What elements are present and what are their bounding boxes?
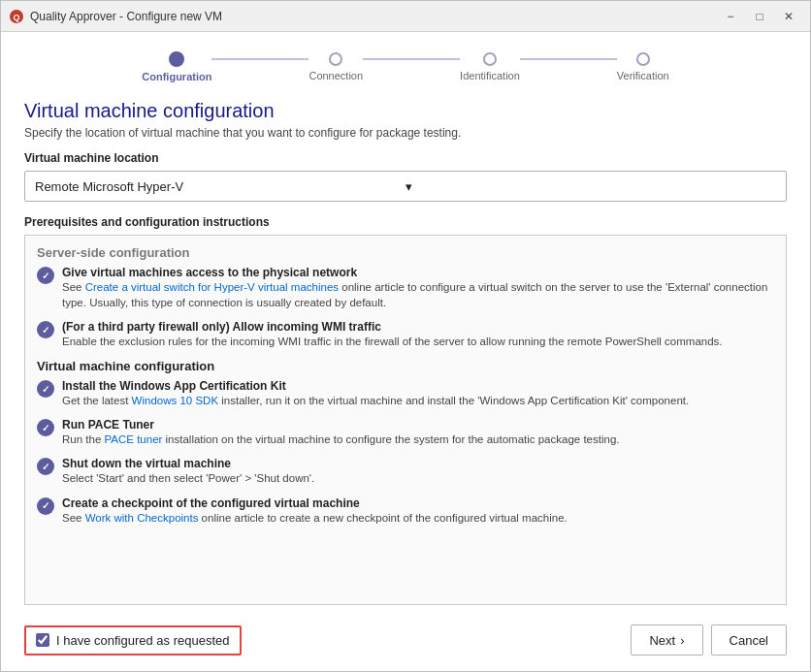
link-win10-sdk[interactable]: Windows 10 SDK: [132, 395, 218, 406]
next-arrow-icon: ›: [680, 633, 684, 648]
page-title: Virtual machine configuration: [24, 100, 787, 122]
instruction-title-pace: Run PACE Tuner: [62, 418, 772, 432]
configured-checkbox-text: I have configured as requested: [56, 633, 230, 648]
chevron-down-icon: ▾: [406, 179, 776, 194]
instruction-item-checkpoint: Create a checkpoint of the configured vi…: [37, 496, 772, 526]
step-label-configuration: Configuration: [142, 71, 211, 82]
link-virtual-switch[interactable]: Create a virtual switch for Hyper-V virt…: [85, 281, 339, 293]
instruction-desc-network: See Create a virtual switch for Hyper-V …: [62, 279, 772, 310]
check-icon-pace: [37, 419, 54, 436]
instruction-item-pace: Run PACE Tuner Run the PACE tuner instal…: [37, 418, 772, 447]
configured-checkbox-label[interactable]: I have configured as requested: [24, 625, 242, 656]
instruction-desc-checkpoint: See Work with Checkpoints online article…: [62, 510, 772, 526]
server-section-partial-header: Server-side configuration: [37, 245, 772, 260]
location-field-label: Virtual machine location: [24, 151, 787, 165]
step-label-connection: Connection: [308, 70, 363, 81]
instruction-title-wmi: (For a third party firewall only) Allow …: [62, 320, 772, 334]
instructions-label: Prerequisites and configuration instruct…: [24, 215, 787, 229]
step-circle-verification: [636, 52, 650, 66]
vm-location-dropdown[interactable]: Remote Microsoft Hyper-V ▾: [24, 171, 787, 202]
check-icon-network: [37, 267, 54, 284]
instruction-title-wack: Install the Windows App Certification Ki…: [62, 379, 772, 393]
step-line-1: [211, 58, 308, 60]
instruction-text-wmi: (For a third party firewall only) Allow …: [62, 320, 772, 349]
instruction-text-network: Give virtual machines access to the phys…: [62, 266, 772, 310]
instruction-text-pace: Run PACE Tuner Run the PACE tuner instal…: [62, 418, 772, 447]
next-button[interactable]: Next ›: [631, 624, 702, 656]
instruction-text-shutdown: Shut down the virtual machine Select 'St…: [62, 457, 772, 486]
step-connection: Connection: [308, 52, 363, 81]
window-title: Quality Approver - Configure new VM: [30, 10, 717, 23]
instruction-title-checkpoint: Create a checkpoint of the configured vi…: [62, 496, 772, 510]
instruction-text-wack: Install the Windows App Certification Ki…: [62, 379, 772, 408]
vm-section-title: Virtual machine configuration: [37, 359, 772, 373]
page-subtitle: Specify the location of virtual machine …: [24, 126, 787, 140]
app-icon: Q: [9, 9, 24, 24]
main-window: Q Quality Approver - Configure new VM − …: [0, 0, 811, 672]
instruction-item-network: Give virtual machines access to the phys…: [37, 266, 772, 310]
check-icon-shutdown: [37, 458, 54, 475]
instructions-box[interactable]: Server-side configuration Give virtual m…: [24, 235, 787, 605]
maximize-button[interactable]: □: [746, 5, 773, 28]
step-circle-configuration: [169, 51, 184, 67]
title-bar: Q Quality Approver - Configure new VM − …: [1, 1, 810, 32]
check-icon-wmi: [37, 321, 54, 338]
instruction-desc-wack: Get the latest Windows 10 SDK installer,…: [62, 393, 772, 408]
instruction-item-wack: Install the Windows App Certification Ki…: [37, 379, 772, 408]
stepper: Configuration Connection Identification …: [24, 48, 787, 82]
step-label-verification: Verification: [617, 70, 669, 81]
window-controls: − □ ✕: [717, 5, 802, 28]
link-checkpoints[interactable]: Work with Checkpoints: [85, 512, 199, 524]
next-label: Next: [649, 633, 675, 648]
instruction-item-shutdown: Shut down the virtual machine Select 'St…: [37, 457, 772, 486]
step-circle-identification: [483, 52, 497, 66]
dropdown-value: Remote Microsoft Hyper-V: [35, 179, 406, 194]
check-icon-wack: [37, 380, 54, 398]
step-label-identification: Identification: [460, 70, 520, 81]
instruction-title-shutdown: Shut down the virtual machine: [62, 457, 772, 470]
instruction-title-network: Give virtual machines access to the phys…: [62, 266, 772, 279]
step-verification: Verification: [617, 52, 669, 81]
instruction-text-checkpoint: Create a checkpoint of the configured vi…: [62, 496, 772, 526]
step-identification: Identification: [460, 52, 520, 81]
instruction-desc-shutdown: Select 'Start' and then select 'Power' >…: [62, 470, 772, 486]
minimize-button[interactable]: −: [717, 5, 744, 28]
step-configuration: Configuration: [142, 51, 211, 82]
instruction-desc-wmi: Enable the exclusion rules for the incom…: [62, 334, 772, 349]
instruction-desc-pace: Run the PACE tuner installation on the v…: [62, 432, 772, 447]
cancel-button[interactable]: Cancel: [711, 624, 787, 656]
configured-checkbox[interactable]: [36, 633, 49, 647]
close-button[interactable]: ✕: [775, 5, 802, 28]
instruction-item-wmi: (For a third party firewall only) Allow …: [37, 320, 772, 349]
step-line-2: [363, 58, 460, 60]
link-pace-tuner[interactable]: PACE tuner: [104, 433, 162, 445]
check-icon-checkpoint: [37, 497, 54, 515]
step-circle-connection: [329, 52, 342, 66]
svg-text:Q: Q: [13, 13, 19, 22]
step-line-3: [520, 58, 617, 60]
footer: I have configured as requested Next › Ca…: [24, 615, 787, 656]
main-content: Configuration Connection Identification …: [1, 32, 810, 671]
